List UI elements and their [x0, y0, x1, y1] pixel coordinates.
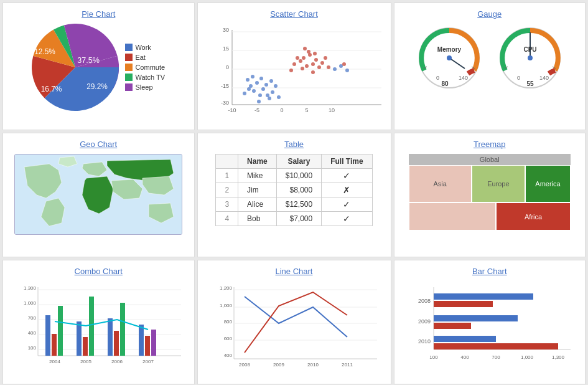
legend-eat-color — [125, 54, 133, 61]
combo-y400: 400 — [28, 330, 37, 336]
table-row: 2 Jim $8,000 ✗ — [216, 183, 372, 197]
bar-2005-blue — [77, 321, 82, 356]
bar-2009-blue — [434, 315, 518, 321]
legend-sleep-label: Sleep — [135, 83, 152, 91]
bar-chart-cell: Bar Chart 2008 2009 2010 100 400 700 1,0… — [394, 260, 586, 384]
bar-y2008: 2008 — [418, 298, 431, 304]
svg-point-14 — [317, 65, 321, 69]
svg-point-45 — [342, 62, 346, 66]
legend-work-color — [125, 44, 133, 51]
line-y600: 600 — [223, 336, 232, 341]
memory-min: 0 — [436, 75, 439, 81]
combo-x2006: 2006 — [111, 359, 123, 364]
bar-chart-title[interactable]: Bar Chart — [472, 267, 507, 276]
svg-point-31 — [264, 83, 268, 87]
cpu-gauge-svg: CPU 0 55 140 — [496, 24, 564, 92]
geo-chart-title[interactable]: Geo Chart — [80, 140, 117, 149]
treemap-global: Global — [409, 154, 571, 165]
bar-2006-green — [120, 303, 125, 356]
scatter-chart-title[interactable]: Scatter Chart — [270, 9, 318, 19]
scatter-y15: 15 — [222, 45, 228, 52]
memory-value: 80 — [441, 80, 449, 87]
svg-point-22 — [313, 52, 317, 55]
pie-label-work: 37.5% — [78, 56, 100, 65]
scatter-chart-cell: Scatter Chart 30 15 0 -15 -30 -10 -5 0 5… — [197, 2, 391, 130]
cpu-max: 140 — [539, 75, 549, 81]
scatter-x5: 5 — [305, 107, 308, 113]
svg-point-12 — [301, 67, 304, 70]
data-table: Name Salary Full Time 1 Mike $10,000 ✓ 2… — [215, 154, 372, 226]
bar-2004-green — [58, 306, 63, 356]
svg-point-11 — [314, 58, 318, 62]
svg-point-30 — [243, 92, 246, 95]
table-cell-salary: $10,000 — [276, 169, 321, 183]
legend-watchtv: Watch TV — [125, 74, 165, 81]
combo-y1300: 1,300 — [24, 285, 37, 291]
line-y800: 800 — [223, 319, 232, 325]
line-chart-title[interactable]: Line Chart — [276, 267, 313, 276]
svg-point-33 — [271, 90, 274, 94]
bar-x400: 400 — [460, 354, 469, 360]
memory-gauge-svg: Memory 0 80 140 — [415, 24, 483, 92]
svg-point-18 — [311, 70, 315, 74]
bar-y2010: 2010 — [418, 338, 431, 345]
bar-2005-red — [83, 337, 88, 356]
bar-2004-blue — [45, 315, 50, 356]
legend-commute-color — [125, 64, 133, 71]
table-cell-salary: $8,000 — [276, 183, 321, 197]
line-x2010: 2010 — [307, 362, 319, 368]
treemap-africa: Africa — [496, 202, 570, 231]
combo-y1000: 1,000 — [24, 300, 37, 306]
svg-point-24 — [246, 78, 250, 82]
scatter-xm5: -5 — [254, 107, 259, 113]
cpu-label: CPU — [523, 46, 536, 53]
table-title[interactable]: Table — [284, 140, 304, 149]
svg-point-19 — [303, 47, 307, 50]
svg-point-39 — [247, 87, 251, 91]
svg-point-32 — [268, 97, 271, 100]
dashboard-grid: Pie Chart 37.5% 16.7% 12.5% 29.2% — [0, 0, 588, 385]
svg-point-36 — [251, 75, 254, 78]
legend-commute: Commute — [125, 64, 165, 71]
scatter-chart-svg: 30 15 0 -15 -30 -10 -5 0 5 10 — [204, 24, 385, 123]
table-row: 1 Mike $10,000 ✓ — [216, 169, 372, 183]
scatter-x0: 0 — [280, 107, 283, 113]
gauge-chart-title[interactable]: Gauge — [477, 9, 502, 19]
bar-2010-blue — [434, 336, 496, 342]
scatter-ym30: -30 — [220, 100, 228, 106]
combo-chart-title[interactable]: Combo Chart — [75, 267, 123, 276]
bar-2008-red — [434, 301, 493, 307]
line-x2011: 2011 — [342, 362, 353, 368]
svg-point-25 — [249, 84, 253, 88]
svg-point-26 — [252, 89, 256, 93]
svg-point-50 — [447, 55, 452, 60]
pie-chart-svg: 37.5% 16.7% 12.5% 29.2% — [32, 24, 119, 111]
bar-x700: 700 — [492, 354, 500, 360]
bar-x100: 100 — [429, 354, 438, 360]
svg-point-37 — [259, 77, 263, 80]
svg-point-55 — [528, 55, 533, 60]
svg-point-28 — [258, 93, 262, 97]
line-x2009: 2009 — [273, 362, 284, 368]
line-y1200: 1,200 — [219, 285, 232, 291]
combo-line — [55, 320, 148, 330]
legend-work: Work — [125, 44, 165, 51]
treemap-title[interactable]: Treemap — [474, 140, 506, 149]
table-row: 4 Bob $7,000 ✓ — [216, 212, 372, 226]
combo-x2007: 2007 — [142, 359, 154, 364]
table-cell: Table Name Salary Full Time 1 Mike $10,0… — [197, 133, 391, 257]
bar-2008-blue — [434, 293, 533, 300]
geo-chart-cell: Geo Chart — [2, 133, 195, 257]
table-cell-fulltime: ✓ — [322, 212, 372, 226]
pie-legend: Work Eat Commute Watch TV Sleep — [125, 44, 165, 91]
table-cell-name: Alice — [238, 197, 277, 212]
scatter-ym15: -15 — [220, 83, 228, 89]
pie-chart-title[interactable]: Pie Chart — [82, 9, 115, 19]
svg-point-7 — [302, 56, 306, 60]
scatter-y30: 30 — [222, 27, 228, 33]
svg-point-38 — [269, 79, 273, 83]
bar-2009-red — [434, 323, 471, 329]
cpu-value: 55 — [526, 80, 534, 87]
svg-point-21 — [327, 65, 330, 69]
svg-point-42 — [333, 67, 337, 71]
